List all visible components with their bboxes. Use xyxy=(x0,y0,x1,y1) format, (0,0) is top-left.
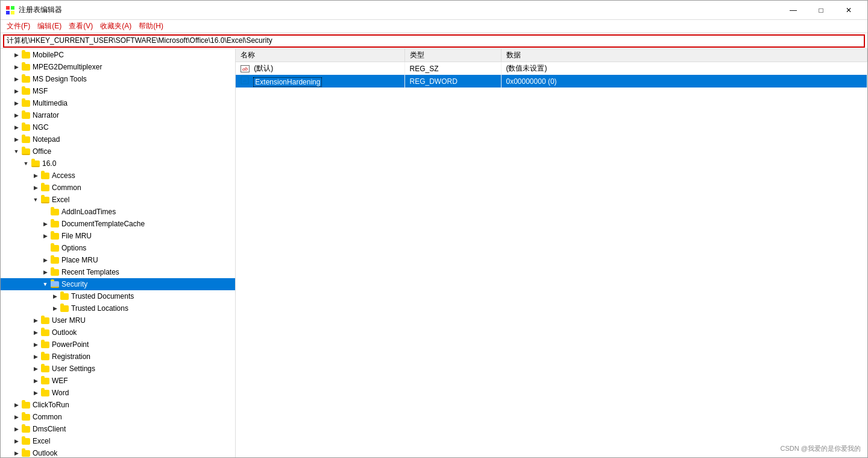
tree-label: User Settings xyxy=(52,364,95,373)
col-header-name[interactable]: 名称 xyxy=(236,49,404,62)
tree-item-multimedia[interactable]: ▶ Multimedia xyxy=(1,97,235,109)
tree-item-usermru[interactable]: ▶ User MRU xyxy=(1,314,235,326)
expand-icon[interactable]: ▼ xyxy=(21,159,31,168)
folder-icon xyxy=(21,99,31,107)
expand-icon[interactable]: ▶ xyxy=(11,62,21,72)
tree-pane[interactable]: ▶ MobilePC ▶ MPEG2Demultiplexer ▶ MS Des… xyxy=(1,49,236,457)
tree-item-trustedlocs[interactable]: ▶ Trusted Locations xyxy=(1,302,235,314)
window-title: 注册表编辑器 xyxy=(19,5,779,15)
col-header-type[interactable]: 类型 xyxy=(404,49,501,62)
folder-icon xyxy=(60,292,69,301)
tree-item-word[interactable]: ▶ Word xyxy=(1,387,235,399)
tree-item-outlook[interactable]: ▶ Outlook xyxy=(1,326,235,339)
expand-icon[interactable]: ▶ xyxy=(11,86,21,96)
expand-icon[interactable]: ▶ xyxy=(31,316,40,325)
tree-label: User MRU xyxy=(52,316,86,325)
tree-item-excel[interactable]: ▼ Excel xyxy=(1,194,235,206)
tree-label: Trusted Locations xyxy=(71,304,128,313)
expand-icon[interactable]: ▶ xyxy=(11,50,21,60)
folder-icon xyxy=(60,304,69,313)
expand-icon[interactable]: ▶ xyxy=(31,364,40,374)
expand-icon[interactable]: ▶ xyxy=(31,352,40,361)
tree-item-excel2[interactable]: ▶ Excel xyxy=(1,435,235,447)
tree-item-outlook2[interactable]: ▶ Outlook xyxy=(1,447,235,457)
tree-item-recenttemplates[interactable]: ▶ Recent Templates xyxy=(1,266,235,278)
expand-icon[interactable]: ▶ xyxy=(11,122,21,132)
table-row-extensionhardening[interactable]: ab ExtensionHardening REG_DWORD 0x000000… xyxy=(236,75,867,87)
expand-icon[interactable]: ▶ xyxy=(31,388,40,398)
minimize-button[interactable]: — xyxy=(779,1,807,20)
table-row[interactable]: ab (默认) REG_SZ (数值未设置) xyxy=(236,62,867,75)
tree-item-placemru[interactable]: ▶ Place MRU xyxy=(1,254,235,266)
tree-item-clicktorun[interactable]: ▶ ClickToRun xyxy=(1,399,235,411)
tree-item-common2[interactable]: ▶ Common xyxy=(1,411,235,423)
menu-edit[interactable]: 编辑(E) xyxy=(34,20,65,33)
tree-item-security[interactable]: ▼ Security xyxy=(1,278,235,290)
window-controls: — □ ✕ xyxy=(779,1,863,20)
tree-label: NGC xyxy=(33,123,49,132)
expand-icon[interactable]: ▼ xyxy=(31,195,40,205)
tree-item-msdesign[interactable]: ▶ MS Design Tools xyxy=(1,73,235,85)
expand-icon[interactable]: ▶ xyxy=(40,231,50,241)
tree-item-usersettings[interactable]: ▶ User Settings xyxy=(1,363,235,375)
expand-icon[interactable]: ▶ xyxy=(11,74,21,84)
expand-icon[interactable]: ▶ xyxy=(11,436,21,446)
tree-item-filemru[interactable]: ▶ File MRU xyxy=(1,230,235,242)
menu-view[interactable]: 查看(V) xyxy=(65,20,96,33)
expand-icon[interactable]: ▶ xyxy=(11,110,21,120)
tree-item-mobilepc[interactable]: ▶ MobilePC xyxy=(1,49,235,61)
expand-icon[interactable]: ▶ xyxy=(40,255,50,265)
expand-icon[interactable]: ▶ xyxy=(11,424,21,434)
expand-icon[interactable]: ▶ xyxy=(11,448,21,457)
expand-icon[interactable]: ▶ xyxy=(31,171,40,180)
tree-label: Security xyxy=(61,280,87,288)
expand-icon[interactable]: ▶ xyxy=(31,340,40,349)
expand-icon[interactable]: ▶ xyxy=(40,219,50,229)
tree-item-160[interactable]: ▼ 16.0 xyxy=(1,157,235,170)
expand-icon[interactable]: ▶ xyxy=(11,400,21,410)
tree-item-addinloadtimes[interactable]: ▶ AddInLoadTimes xyxy=(1,206,235,218)
expand-icon[interactable]: ▼ xyxy=(11,147,21,156)
expand-icon[interactable]: ▶ xyxy=(31,328,40,337)
reg-dword-icon: ab xyxy=(241,76,249,84)
close-button[interactable]: ✕ xyxy=(835,1,863,20)
tree-item-common[interactable]: ▶ Common xyxy=(1,182,235,194)
tree-item-dmsclient[interactable]: ▶ DmsClient xyxy=(1,423,235,435)
tree-item-ngc[interactable]: ▶ NGC xyxy=(1,121,235,133)
tree-item-options[interactable]: ▶ Options xyxy=(1,242,235,254)
folder-icon xyxy=(21,437,31,445)
expand-icon[interactable]: ▶ xyxy=(11,412,21,422)
expand-icon[interactable]: ▶ xyxy=(11,135,21,144)
maximize-button[interactable]: □ xyxy=(807,1,835,20)
menu-bar: 文件(F) 编辑(E) 查看(V) 收藏夹(A) 帮助(H) xyxy=(1,20,867,33)
folder-icon xyxy=(21,111,31,119)
expand-icon[interactable]: ▶ xyxy=(50,291,60,301)
menu-help[interactable]: 帮助(H) xyxy=(135,20,167,33)
tree-item-registration[interactable]: ▶ Registration xyxy=(1,351,235,363)
tree-label: Options xyxy=(61,244,86,252)
tree-item-narrator[interactable]: ▶ Narrator xyxy=(1,109,235,121)
tree-item-msf[interactable]: ▶ MSF xyxy=(1,85,235,97)
expand-icon[interactable]: ▼ xyxy=(40,279,50,289)
folder-icon xyxy=(40,316,50,325)
tree-item-mpeg2[interactable]: ▶ MPEG2Demultiplexer xyxy=(1,61,235,73)
menu-favorites[interactable]: 收藏夹(A) xyxy=(96,20,135,33)
tree-item-trusteddocs[interactable]: ▶ Trusted Documents xyxy=(1,290,235,302)
svg-rect-0 xyxy=(6,6,10,10)
expand-icon[interactable]: ▶ xyxy=(50,304,60,313)
tree-item-wef[interactable]: ▶ WEF xyxy=(1,375,235,387)
col-header-data[interactable]: 数据 xyxy=(501,49,867,62)
expand-icon[interactable]: ▶ xyxy=(40,267,50,277)
expand-icon[interactable]: ▶ xyxy=(11,98,21,108)
address-input[interactable] xyxy=(3,34,865,48)
tree-item-office[interactable]: ▼ Office xyxy=(1,145,235,157)
tree-item-notepad[interactable]: ▶ Notepad xyxy=(1,133,235,145)
folder-icon xyxy=(40,328,50,337)
menu-file[interactable]: 文件(F) xyxy=(3,20,34,33)
tree-item-access[interactable]: ▶ Access xyxy=(1,170,235,182)
tree-item-powerpoint[interactable]: ▶ PowerPoint xyxy=(1,339,235,351)
folder-icon-open xyxy=(50,280,60,288)
tree-item-doctemplatecache[interactable]: ▶ DocumentTemplateCache xyxy=(1,218,235,230)
expand-icon[interactable]: ▶ xyxy=(31,183,40,192)
expand-icon[interactable]: ▶ xyxy=(31,376,40,386)
